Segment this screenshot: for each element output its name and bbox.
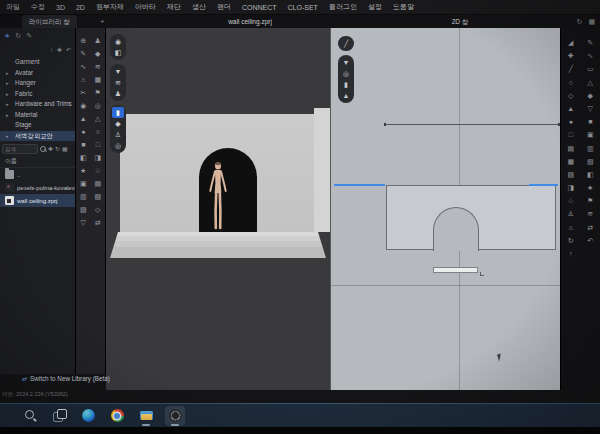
library-tree-item[interactable]: Avatar (0, 68, 75, 79)
pan-tool[interactable]: ↶ (587, 235, 593, 248)
texture-2d-tool[interactable]: ⇄ (587, 222, 593, 235)
merge-tool[interactable]: ◨ (567, 182, 574, 195)
button-tool[interactable]: ● (81, 126, 85, 139)
zipper-tool[interactable]: ■ (81, 139, 85, 152)
menu-item[interactable]: 생산 (192, 2, 206, 12)
internal-line-tool[interactable]: ■ (588, 116, 592, 129)
history-icon[interactable]: ↻ (15, 30, 21, 42)
camera-view-icon[interactable]: ◉ (112, 36, 124, 47)
viewport-3d[interactable]: ◉◧ ▼≋♟ ▮◆♙◎ (106, 28, 330, 390)
gravity-tool[interactable]: ◇ (95, 204, 100, 217)
notch-tool[interactable]: ◆ (588, 90, 593, 103)
search-icon[interactable] (40, 146, 46, 152)
fold-tool[interactable]: ▲ (80, 113, 87, 126)
sync-icon[interactable]: ↻ (577, 16, 583, 28)
viewport-2d[interactable]: ╱ ▼◎▮▲ (330, 28, 560, 390)
menu-item[interactable]: 재단 (167, 2, 181, 12)
mannequin-display-icon[interactable]: ♙ (112, 129, 124, 140)
edit-curve-tool[interactable]: ∿ (587, 50, 593, 63)
add-library-icon[interactable]: ✚ (57, 44, 62, 56)
smooth-tool[interactable]: ▧ (94, 191, 101, 204)
file-explorer[interactable] (136, 406, 156, 426)
show-seam-icon[interactable]: ⌂ (569, 222, 573, 235)
show-fabric-2d-icon[interactable]: ▮ (340, 79, 352, 90)
move-up-icon[interactable]: ↑ (50, 44, 53, 56)
seam-allowance-tool[interactable]: ● (569, 116, 573, 129)
file-row[interactable]: pexels-polina-kovaleva (0, 181, 75, 194)
flag-pin-tool[interactable]: ⚑ (95, 87, 101, 100)
sync-view-tool[interactable]: ⇄ (95, 217, 101, 230)
favorites-star-icon[interactable]: ★ (4, 30, 10, 42)
refresh-icon[interactable]: ↻ (55, 145, 60, 153)
print-area-tool[interactable]: ♙ (568, 208, 574, 221)
library-tree-item[interactable]: 새벽강의교안 (0, 131, 75, 142)
edit-point-tool[interactable]: ✎ (587, 37, 593, 50)
menu-item[interactable]: 3D (56, 4, 65, 11)
wind-tool[interactable]: ▨ (80, 204, 87, 217)
pattern-edge-line[interactable] (385, 124, 559, 125)
render-style-icon[interactable]: ◧ (112, 47, 124, 58)
unfold-tool[interactable]: △ (95, 113, 100, 126)
tab-2d-window[interactable]: 2D 창 (430, 15, 490, 28)
clo-app[interactable] (165, 406, 185, 426)
grading-tool[interactable]: ▦ (567, 156, 574, 169)
menu-item[interactable]: 도움말 (393, 2, 414, 12)
unfold-2d-tool[interactable]: ▨ (567, 169, 574, 182)
library-tree-item[interactable]: Hanger (0, 78, 75, 89)
compare-tool[interactable]: ☆ (568, 195, 574, 208)
fit-check-tool[interactable]: ★ (80, 165, 86, 178)
transform-gizmo-tool[interactable]: ⊕ (80, 35, 86, 48)
free-sewing-tool[interactable]: ≋ (95, 61, 101, 74)
menu-item[interactable]: CONNECT (242, 4, 277, 11)
menu-item[interactable]: 플러그인 (329, 2, 357, 12)
edit-library-icon[interactable]: ✎ (26, 30, 32, 42)
show-grid-icon[interactable]: ≋ (587, 208, 593, 221)
layout-grid-icon[interactable]: ▦ (588, 16, 595, 28)
task-view[interactable] (49, 406, 69, 426)
pin-tool[interactable]: ◆ (95, 48, 100, 61)
show-info-icon[interactable]: ◎ (340, 68, 352, 79)
menu-item[interactable]: 아바타 (135, 2, 156, 12)
undo-icon[interactable]: ↶ (66, 44, 71, 56)
fabric-kit-tool[interactable]: ▦ (94, 74, 101, 87)
file-row[interactable]: .. (0, 168, 75, 181)
steam-tool[interactable]: ◉ (80, 100, 86, 113)
menu-item[interactable]: 설정 (368, 2, 382, 12)
show-pattern-icon[interactable]: ▼ (340, 57, 352, 68)
menu-item[interactable]: 원부자재 (96, 2, 124, 12)
scissors-tool[interactable]: ✂ (80, 87, 86, 100)
baseline-tool[interactable]: □ (569, 129, 573, 142)
tab-library-window[interactable]: 라이브러리 창 (22, 15, 77, 28)
menu-item[interactable]: 파일 (6, 2, 20, 12)
grade-view-tool[interactable]: ☆ (95, 165, 101, 178)
selected-edge-right[interactable] (529, 184, 558, 186)
cut-sew-tool[interactable]: ▽ (588, 103, 593, 116)
menu-item[interactable]: 수정 (31, 2, 45, 12)
grainline-tool[interactable]: ▣ (587, 129, 594, 142)
menu-item[interactable]: CLO-SET (288, 4, 318, 11)
pin-display-icon[interactable]: ◆ (112, 118, 124, 129)
buttonhole-tool[interactable]: ○ (96, 126, 100, 139)
wall-pattern-piece[interactable] (386, 185, 556, 250)
avatar-tool[interactable]: ♟ (95, 35, 101, 48)
layout-tool[interactable]: ⚑ (587, 195, 593, 208)
sewing-tool[interactable]: ∿ (80, 61, 86, 74)
library-tree-item[interactable]: Fabric (0, 89, 75, 100)
library-tree-item[interactable]: Material (0, 110, 75, 121)
menu-item[interactable]: 렌더 (217, 2, 231, 12)
file-row[interactable]: wall ceiling.zprj (0, 194, 75, 207)
symmetry-tool[interactable]: ▧ (587, 156, 594, 169)
menu-item[interactable]: 2D (76, 4, 85, 11)
puckering-tool[interactable]: ▤ (94, 178, 101, 191)
trace-tool[interactable]: ◧ (587, 169, 594, 182)
annotation-tool[interactable]: ▤ (567, 143, 574, 156)
circle-tool[interactable]: ○ (569, 77, 573, 90)
zoom-tool[interactable]: ↻ (568, 235, 574, 248)
dart-tool[interactable]: ◇ (568, 90, 573, 103)
topstitch-tool[interactable]: □ (96, 139, 100, 152)
tab-project[interactable]: wall ceiling.zprj (175, 15, 325, 28)
show-avatar-icon[interactable]: ♟ (112, 88, 124, 99)
pen-3d-tool[interactable]: ✎ (80, 48, 86, 61)
transform-pattern-tool[interactable]: ◢ (568, 37, 573, 50)
library-tree-item[interactable]: Hardware and Trims (0, 99, 75, 110)
